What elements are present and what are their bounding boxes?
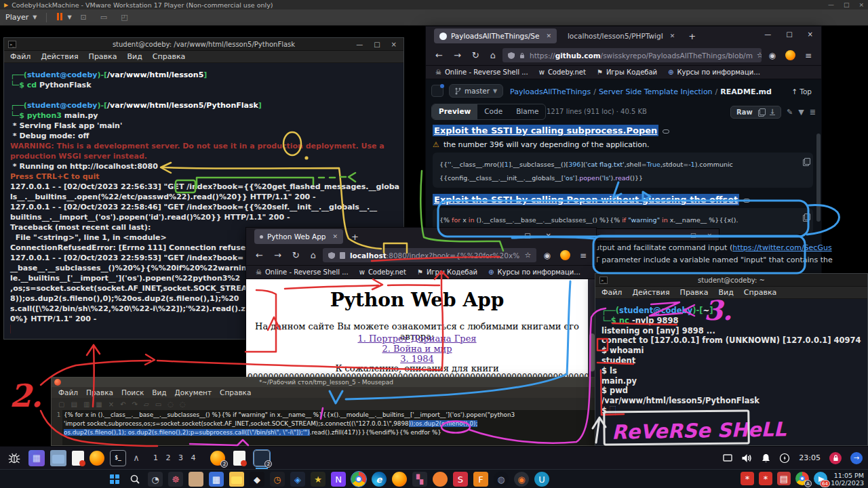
back-button[interactable]: ← <box>252 250 267 260</box>
volume-icon[interactable] <box>741 453 753 463</box>
menu-item[interactable]: Действия <box>632 288 669 297</box>
bookmark-kursy-po-informacii[interactable]: ⊕Курсы по информаци... <box>668 68 760 76</box>
maximize-button[interactable]: □ <box>374 41 380 48</box>
firefox-launcher-icon[interactable] <box>90 451 104 466</box>
firefox-account-icon[interactable] <box>560 250 570 260</box>
home-button[interactable]: ⌂ <box>486 50 500 60</box>
tab-code[interactable]: Code <box>477 104 509 119</box>
edit-pencil-icon[interactable]: ✎ <box>787 108 793 117</box>
close-button[interactable]: × <box>391 41 397 48</box>
menu-item[interactable]: Файл <box>601 288 622 297</box>
terminal-launcher-icon[interactable] <box>110 450 126 466</box>
search-icon[interactable] <box>127 472 142 487</box>
telegram-icon[interactable]: 64 <box>814 472 827 485</box>
u-app-icon[interactable]: U <box>534 472 549 487</box>
file-explorer-icon[interactable] <box>229 472 244 487</box>
close-button[interactable]: × <box>808 30 813 38</box>
f-app-icon[interactable]: F <box>473 472 488 487</box>
anchor-link-icon[interactable] <box>663 129 669 134</box>
menu-icon[interactable]: ≡ <box>805 51 812 60</box>
code-block-1[interactable]: {{''.__class__.mro()[1].__subclasses__()… <box>433 152 813 188</box>
terminal-output[interactable]: ┌──(student@codeby)-[~]└─$ nc -nvlp 9898… <box>595 299 867 445</box>
undo-icon[interactable]: ↶ <box>120 401 125 408</box>
terminal-titlebar[interactable]: >_ student@codeby: /var/www/html/lesson5… <box>4 38 403 51</box>
window-list-icon[interactable] <box>723 454 732 462</box>
replace-icon[interactable]: ◌ <box>180 401 186 408</box>
bookmark-igry-codebay[interactable]: ⚑Игры Кодебай <box>597 68 657 76</box>
flower-icon[interactable]: ☸ <box>168 472 183 487</box>
carrot-icon[interactable] <box>433 472 448 487</box>
workspace-switcher[interactable]: 1 2 3 4 <box>153 453 198 462</box>
file-manager-icon[interactable] <box>50 450 66 466</box>
menu-item[interactable]: Вид <box>152 388 166 396</box>
mousepad-titlebar[interactable]: *~/Рабочий стол/tmp_lesson_5 - Mousepad <box>52 378 601 387</box>
tab-payloadsallthethings[interactable]: PayloadsAllTheThings/Se ✕ <box>434 28 557 43</box>
redo-icon[interactable]: ↷ <box>132 401 138 408</box>
scrollbar-thumb[interactable] <box>816 134 821 222</box>
cut-icon[interactable]: ▱ <box>144 401 149 408</box>
vm-clock[interactable]: 23:05 <box>799 453 821 462</box>
copy-icon[interactable] <box>758 108 764 115</box>
anchor-link-icon[interactable] <box>743 199 750 203</box>
notification-bell-icon[interactable] <box>762 453 770 463</box>
clock-app-icon[interactable]: ◷ <box>270 472 285 487</box>
maximize-button[interactable]: □ <box>786 30 792 38</box>
bookmark-kursy-po-informacii[interactable]: ⊕Курсы по информаци... <box>488 268 580 276</box>
bookmark-online-reverse-shell[interactable]: ☠Online - Reverse Shell ... <box>256 268 349 276</box>
save-icon[interactable]: ▥ <box>83 401 90 408</box>
forward-button[interactable]: → <box>270 250 285 260</box>
edit-dropdown-icon[interactable]: ▼ <box>798 108 804 117</box>
breadcrumb-repo[interactable]: PayloadsAllTheThings <box>510 87 591 96</box>
scrollbar-thumb[interactable] <box>589 333 595 371</box>
power-status-icon[interactable] <box>779 453 790 464</box>
obsidian-icon[interactable]: ◆ <box>250 472 264 487</box>
menu-item[interactable]: Правка <box>680 288 709 297</box>
start-icon[interactable] <box>107 472 122 487</box>
suspend-button[interactable] <box>56 13 63 22</box>
bookmark-codeby-net[interactable]: wCodeby.net <box>359 268 406 276</box>
breadcrumb-folder[interactable]: Server Side Template Injection <box>599 87 713 96</box>
menu-item[interactable]: Справка <box>220 388 251 396</box>
robot-icon[interactable]: ★ <box>311 472 326 487</box>
bookmark-codeby-net[interactable]: wCodeby.net <box>539 68 586 76</box>
player-menu-caret[interactable]: ▼ <box>33 14 37 20</box>
menu-item[interactable]: Правка <box>86 388 113 396</box>
ctrl-alt-del-icon[interactable]: ⊡ <box>81 13 87 22</box>
vmware-minimize-button[interactable]: — <box>828 1 834 8</box>
onenote-icon[interactable]: N <box>331 472 346 487</box>
player-menu[interactable]: Player <box>5 13 28 22</box>
menu-item[interactable]: Вид <box>127 52 142 61</box>
bookmark-igry-codebay[interactable]: ⚑Игры Кодебай <box>417 268 477 276</box>
download-icon[interactable]: ↓ <box>770 108 775 115</box>
outline-icon[interactable]: ≣ <box>810 108 816 117</box>
tab-close-icon[interactable]: ✕ <box>670 33 675 39</box>
codeby-beetle-logo-icon[interactable] <box>5 450 23 466</box>
chevron-up-icon[interactable]: ∧ <box>132 450 141 466</box>
screen-lock-icon[interactable] <box>829 452 842 464</box>
book-link-2[interactable]: 2. Война и мир <box>246 344 588 354</box>
close-button[interactable]: × <box>546 232 551 239</box>
maximize-button[interactable]: □ <box>690 232 696 239</box>
back-to-top-link[interactable]: ↑ Top <box>791 87 812 96</box>
minimize-button[interactable]: — <box>356 41 363 48</box>
host-clock[interactable]: 11:05 PM 10/2/2023 <box>831 472 864 487</box>
menu-item[interactable]: Справка <box>153 52 185 61</box>
copy-icon[interactable]: ▭ <box>155 401 161 408</box>
reload-button[interactable]: ↻ <box>468 50 484 60</box>
edge-icon[interactable]: e <box>372 472 387 487</box>
davinci-icon[interactable]: ▚ <box>412 472 427 487</box>
new-tab-button[interactable]: + <box>688 31 696 41</box>
vmware-maximize-button[interactable]: □ <box>844 1 850 8</box>
mousepad-launcher-icon[interactable] <box>72 451 84 466</box>
menu-item[interactable]: Действия <box>41 52 78 61</box>
figure-icon[interactable] <box>189 472 203 487</box>
home-button[interactable]: ⌂ <box>307 250 320 260</box>
vmware-close-button[interactable]: × <box>859 1 864 8</box>
tab-preview[interactable]: Preview <box>432 104 477 119</box>
find-icon[interactable]: ◌ <box>167 401 174 408</box>
tab-blame[interactable]: Blame <box>509 104 545 119</box>
bookmark-star-icon[interactable]: ☆ <box>757 51 762 60</box>
bookmark-star-icon[interactable]: ☆ <box>525 251 532 260</box>
menu-item[interactable]: Вид <box>718 288 733 297</box>
new-tab-button[interactable]: + <box>351 232 359 242</box>
